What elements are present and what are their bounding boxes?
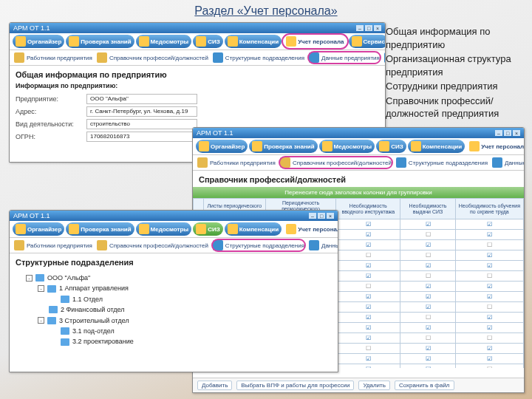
maximize-icon[interactable]: □	[504, 130, 511, 136]
checkbox-icon[interactable]	[366, 242, 371, 248]
tb-personnel[interactable]: Учет персонала	[466, 140, 525, 153]
checkbox-icon[interactable]	[366, 366, 371, 368]
checkbox-icon[interactable]	[366, 355, 371, 362]
col-header[interactable]: Необходимость выдачи СИЗ	[400, 199, 456, 219]
checkbox-icon[interactable]	[487, 345, 492, 352]
tb-siz[interactable]: СИЗ	[193, 35, 223, 48]
sub-workers[interactable]: Работники предприятия	[197, 157, 276, 168]
checkbox-icon[interactable]	[426, 345, 431, 352]
checkbox-icon[interactable]	[487, 231, 492, 238]
checkbox-icon[interactable]	[366, 273, 371, 279]
sub-spr[interactable]: Справочник профессий/должностей	[280, 157, 392, 168]
checkbox-icon[interactable]	[426, 283, 431, 290]
expand-icon[interactable]: -	[26, 275, 33, 282]
checkbox-icon[interactable]	[366, 335, 371, 341]
checkbox-icon[interactable]	[426, 273, 431, 279]
checkbox-icon[interactable]	[426, 355, 431, 362]
sub-data[interactable]: Данные предприятия	[309, 240, 338, 250]
group-hint-bar[interactable]: Перенесите сюда заголовок колонки для гр…	[193, 187, 524, 198]
tb-check[interactable]: Проверка знаний	[66, 35, 134, 48]
checkbox-icon[interactable]	[366, 252, 371, 259]
tb-personnel[interactable]: Учет персонала	[283, 35, 347, 48]
checkbox-icon[interactable]	[487, 324, 492, 331]
tb-check[interactable]: Проверка знаний	[66, 222, 134, 236]
checkbox-icon[interactable]	[487, 293, 492, 300]
checkbox-icon[interactable]	[487, 314, 492, 321]
tree-node[interactable]: -ООО "Альфа"	[26, 273, 332, 283]
checkbox-icon[interactable]	[366, 231, 371, 238]
field-value[interactable]: строительство	[86, 119, 197, 129]
footer-button[interactable]: Сохранить в файл	[395, 381, 454, 390]
expand-icon[interactable]: -	[38, 317, 44, 324]
checkbox-icon[interactable]	[366, 345, 371, 352]
checkbox-icon[interactable]	[366, 324, 371, 331]
checkbox-icon[interactable]	[366, 283, 371, 290]
sub-spr[interactable]: Справочник профессий/должностей	[97, 52, 208, 63]
minimize-icon[interactable]: –	[356, 25, 364, 31]
field-value[interactable]: 170682016873	[86, 132, 197, 142]
checkbox-icon[interactable]	[487, 355, 492, 362]
checkbox-icon[interactable]	[426, 366, 431, 368]
checkbox-icon[interactable]	[487, 304, 492, 310]
tree-node[interactable]: 3.2 проектирование	[50, 336, 332, 347]
checkbox-icon[interactable]	[426, 314, 431, 321]
sub-struct[interactable]: Структурные подразделения	[396, 157, 488, 168]
footer-button[interactable]: Выбрать ВПФ и работы для профессии	[236, 381, 354, 390]
checkbox-icon[interactable]	[426, 252, 431, 259]
tree-node[interactable]: -3 Строительный отдел	[38, 316, 332, 326]
checkbox-icon[interactable]	[426, 231, 431, 238]
checkbox-icon[interactable]	[487, 242, 492, 248]
col-header[interactable]: Необходимость обучения по охране труда	[455, 199, 523, 219]
tb-comp[interactable]: Компенсации	[225, 222, 282, 236]
checkbox-icon[interactable]	[366, 262, 371, 269]
tb-check[interactable]: Проверка знаний	[249, 140, 317, 153]
checkbox-icon[interactable]	[426, 324, 431, 331]
footer-button[interactable]: Добавить	[197, 381, 232, 390]
checkbox-icon[interactable]	[487, 252, 492, 259]
checkbox-icon[interactable]	[487, 262, 492, 269]
maximize-icon[interactable]: □	[318, 213, 325, 219]
checkbox-icon[interactable]	[366, 304, 371, 310]
checkbox-icon[interactable]	[487, 221, 492, 228]
checkbox-icon[interactable]	[487, 283, 492, 290]
tb-organizer[interactable]: Органайзер	[13, 222, 64, 236]
tb-service[interactable]: Сервис	[349, 35, 386, 48]
tb-med[interactable]: Медосмотры	[319, 140, 375, 153]
checkbox-icon[interactable]	[426, 242, 431, 248]
checkbox-icon[interactable]	[426, 221, 431, 228]
col-header[interactable]: Необходимость вводного инструктажа	[336, 199, 400, 219]
checkbox-icon[interactable]	[426, 335, 431, 341]
tree-node[interactable]: 3.1 под-отдел	[50, 326, 332, 336]
sub-data[interactable]: Данные предприятия	[492, 157, 525, 168]
sub-workers[interactable]: Работники предприятия	[14, 52, 92, 63]
tree-node[interactable]: 2 Финансовый отдел	[38, 304, 332, 315]
tb-comp[interactable]: Компенсации	[408, 140, 465, 153]
close-icon[interactable]: ×	[327, 213, 334, 219]
close-icon[interactable]: ×	[513, 130, 520, 136]
tb-personnel[interactable]: Учет персонала	[283, 222, 338, 236]
minimize-icon[interactable]: –	[495, 130, 502, 136]
close-icon[interactable]: ×	[374, 25, 381, 31]
tb-med[interactable]: Медосмотры	[136, 35, 192, 48]
checkbox-icon[interactable]	[426, 293, 431, 300]
checkbox-icon[interactable]	[426, 304, 431, 310]
sub-data[interactable]: Данные предприятия	[309, 52, 380, 63]
minimize-icon[interactable]: –	[309, 213, 316, 219]
checkbox-icon[interactable]	[487, 366, 492, 368]
field-value[interactable]: ООО "Альфа"	[86, 94, 197, 104]
checkbox-icon[interactable]	[366, 314, 371, 321]
sub-spr[interactable]: Справочник профессий/должностей	[97, 240, 208, 250]
tb-siz[interactable]: СИЗ	[376, 140, 406, 153]
tb-siz[interactable]: СИЗ	[193, 222, 223, 236]
tree-node[interactable]: 1.1 Отдел	[50, 294, 332, 304]
expand-icon[interactable]: -	[38, 285, 44, 292]
checkbox-icon[interactable]	[366, 293, 371, 300]
checkbox-icon[interactable]	[366, 221, 371, 228]
checkbox-icon[interactable]	[487, 273, 492, 279]
checkbox-icon[interactable]	[426, 262, 431, 269]
tb-comp[interactable]: Компенсации	[225, 35, 282, 48]
sub-struct[interactable]: Структурные подразделения	[213, 52, 304, 63]
tb-organizer[interactable]: Органайзер	[13, 35, 64, 48]
tree-node[interactable]: -1 Аппарат управления	[38, 283, 332, 293]
tb-organizer[interactable]: Органайзер	[196, 140, 248, 153]
